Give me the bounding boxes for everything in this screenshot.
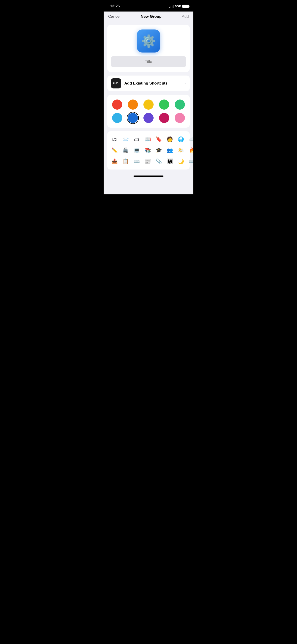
color-dot-lightblue[interactable] [112,113,122,123]
status-bar: 13:26 5GE [104,0,194,12]
icon-btn-r2-c2[interactable]: ⌨️ [133,158,140,165]
page-title: New Group [141,14,162,19]
status-icons: 5GE [170,4,189,8]
chevron-right-icon: › [185,81,186,86]
color-dot-green1[interactable] [159,100,169,110]
icon-btn-r2-c4[interactable]: 📎 [155,158,162,165]
icon-btn-r1-c7[interactable]: 🔥 [188,147,194,154]
icons-card: 🗂📨🗃📖🔖🧑🌐☁️✏️🖨️💻📚🎓👥🌤️🔥📤📋⌨️📰📎👨‍👩‍👧🌙⌨️ [107,131,190,170]
home-bar [134,176,164,177]
icon-btn-r0-c7[interactable]: ☁️ [188,136,194,143]
icon-btn-r0-c4[interactable]: 🔖 [155,136,162,143]
gear-icon: ⚙️ [141,35,156,47]
icon-btn-r1-c4[interactable]: 🎓 [155,147,162,154]
shortcuts-row[interactable]: ZoZo Add Existing Shortcuts › [107,76,190,91]
home-indicator [104,173,194,178]
colors-card [107,95,190,128]
icon-btn-r0-c6[interactable]: 🌐 [177,136,184,143]
signal-bars [170,5,174,8]
icon-btn-r1-c2[interactable]: 💻 [133,147,140,154]
icon-btn-r2-c6[interactable]: 🌙 [177,158,184,165]
shortcuts-card: ZoZo Add Existing Shortcuts › [107,76,190,91]
signal-bar-3 [172,6,172,8]
icon-title-card: ⚙️ [107,25,190,72]
color-dot-green2[interactable] [175,100,185,110]
icon-btn-r2-c5[interactable]: 👨‍👩‍👧 [166,158,173,165]
color-dot-purple[interactable] [144,113,154,123]
color-dot-yellow[interactable] [144,100,154,110]
icon-btn-r2-c1[interactable]: 📋 [122,158,129,165]
group-app-icon[interactable]: ⚙️ [137,30,160,52]
icon-btn-r1-c0[interactable]: ✏️ [111,147,118,154]
signal-bar-2 [170,6,171,8]
color-dot-pink[interactable] [175,113,185,123]
color-dot-orange[interactable] [128,100,138,110]
signal-bar-1 [170,7,170,8]
battery-fill [183,5,188,7]
icon-btn-r0-c5[interactable]: 🧑 [166,136,173,143]
cancel-button[interactable]: Cancel [108,14,120,19]
icon-btn-r1-c1[interactable]: 🖨️ [122,147,129,154]
icon-btn-r0-c2[interactable]: 🗃 [133,136,140,143]
icon-section: ⚙️ [111,30,186,67]
colors-grid [111,100,186,123]
color-dot-blue[interactable] [128,113,138,123]
content-area: ⚙️ ZoZo Add Existing Shortcuts › 🗂📨🗃📖� [104,21,194,173]
phone-container: 13:26 5GE Cancel New Group Add ⚙️ [104,0,194,194]
nav-bar: Cancel New Group Add [104,12,194,21]
icon-btn-r1-c5[interactable]: 👥 [166,147,173,154]
icon-btn-r2-c3[interactable]: 📰 [144,158,151,165]
icon-btn-r2-c7[interactable]: ⌨️ [188,158,194,165]
icon-btn-r1-c3[interactable]: 📚 [144,147,151,154]
icon-btn-r0-c3[interactable]: 📖 [144,136,151,143]
color-dot-magenta[interactable] [159,113,169,123]
zozo-icon: ZoZo [111,78,121,88]
battery-icon [182,4,189,8]
network-type: 5GE [175,4,181,8]
icons-grid: 🗂📨🗃📖🔖🧑🌐☁️✏️🖨️💻📚🎓👥🌤️🔥📤📋⌨️📰📎👨‍👩‍👧🌙⌨️ [111,136,186,165]
title-input[interactable] [111,56,186,67]
add-button[interactable]: Add [182,14,189,19]
icon-btn-r2-c0[interactable]: 📤 [111,158,118,165]
icon-btn-r1-c6[interactable]: 🌤️ [177,147,184,154]
color-dot-red[interactable] [112,100,122,110]
shortcuts-label: Add Existing Shortcuts [124,81,182,86]
status-time: 13:26 [110,4,120,8]
icon-btn-r0-c0[interactable]: 🗂 [111,136,118,143]
signal-bar-4 [173,5,174,8]
icon-btn-r0-c1[interactable]: 📨 [122,136,129,143]
